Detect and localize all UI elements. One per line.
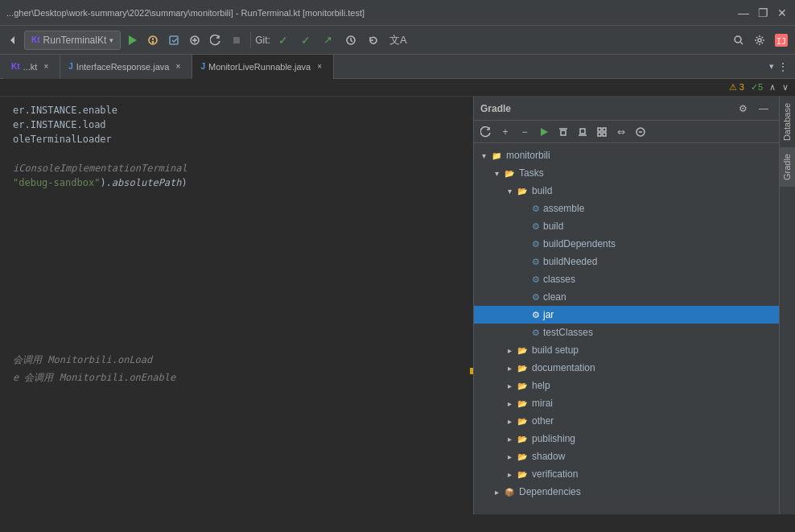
settings-button[interactable]: [750, 29, 769, 52]
gradle-task-button[interactable]: [632, 123, 649, 141]
git-push-button[interactable]: ↗: [319, 29, 338, 52]
minimize-button[interactable]: —: [737, 6, 750, 19]
tab-0-label: ...kt: [23, 62, 38, 72]
warning-count[interactable]: ⚠ 3: [729, 82, 744, 93]
code-line-2: er.INSTANCE.load: [13, 118, 467, 132]
gradle-refresh-button[interactable]: [477, 123, 495, 141]
mirai-arrow: ▸: [503, 397, 516, 410]
run-button[interactable]: [122, 29, 142, 52]
tree-item-classes[interactable]: ▸ ⚙ classes: [474, 270, 779, 288]
tab-more-icon[interactable]: ⋮: [777, 60, 789, 73]
jar-label: jar: [543, 309, 779, 320]
tab-0-close[interactable]: ×: [40, 61, 51, 72]
buildDependents-gear-icon: ⚙: [532, 239, 540, 250]
gradle-settings-button[interactable]: ⚙: [734, 100, 752, 118]
vcs-back-button[interactable]: [3, 29, 23, 52]
help-arrow: ▸: [503, 379, 516, 392]
coverage-button[interactable]: [164, 29, 183, 52]
gradle-expand-button[interactable]: ⇔: [612, 123, 630, 141]
tree-item-other[interactable]: ▸ 📂 other: [474, 412, 779, 430]
tree-item-assemble[interactable]: ▸ ⚙ assemble: [474, 200, 779, 217]
logo-button[interactable]: IJ: [771, 29, 792, 52]
close-button[interactable]: ✕: [776, 6, 789, 19]
tab-0-icon: Kt: [11, 62, 20, 71]
tab-2-close[interactable]: ×: [314, 61, 325, 72]
svg-point-3: [153, 41, 154, 42]
tree-item-mirai[interactable]: ▸ 📂 mirai: [474, 394, 779, 412]
reload-button[interactable]: [206, 29, 225, 52]
dependencies-arrow: ▸: [490, 485, 503, 498]
tree-item-jar[interactable]: ▸ ⚙ jar: [474, 306, 779, 324]
side-tab-database[interactable]: Database: [780, 97, 795, 147]
tree-item-tasks[interactable]: ▾ 📂 Tasks: [474, 164, 779, 182]
git-history-button[interactable]: [341, 29, 360, 52]
code-line-3: oleTerminalLoader: [13, 132, 467, 146]
tree-item-buildNeeded[interactable]: ▸ ⚙ buildNeeded: [474, 253, 779, 270]
tree-item-verification[interactable]: ▸ 📂 verification: [474, 465, 779, 483]
verification-arrow: ▸: [503, 468, 516, 480]
tree-item-shadow[interactable]: ▸ 📂 shadow: [474, 447, 779, 465]
nav-down[interactable]: ∨: [782, 82, 789, 93]
tree-item-root[interactable]: ▾ 📁 monitorbili: [474, 146, 779, 164]
tab-1-close[interactable]: ×: [172, 61, 183, 72]
gradle-group-button[interactable]: [593, 123, 611, 141]
tab-2-label: MonitorLiveRunnable.java: [208, 62, 311, 72]
gradle-minimize-button[interactable]: —: [755, 100, 772, 118]
gradle-align-top-button[interactable]: [554, 123, 572, 141]
tab-0[interactable]: Kt ...kt ×: [3, 55, 60, 79]
tab-2[interactable]: J MonitorLiveRunnable.java ×: [192, 55, 334, 79]
stop-button[interactable]: [227, 29, 246, 52]
tab-1[interactable]: J InterfaceResponse.java ×: [60, 55, 192, 79]
nav-up[interactable]: ∧: [769, 82, 776, 93]
side-tab-gradle[interactable]: Gradle: [780, 147, 795, 187]
tree-item-clean[interactable]: ▸ ⚙ clean: [474, 288, 779, 306]
tab-overflow[interactable]: ▾ ⋮: [766, 60, 792, 73]
profile-button[interactable]: [185, 29, 204, 52]
gradle-run-button[interactable]: [535, 123, 553, 141]
code-editor[interactable]: er.INSTANCE.enable er.INSTANCE.load oleT…: [0, 97, 473, 514]
git-check-button[interactable]: ✓: [274, 29, 293, 52]
gradle-tree: ▾ 📁 monitorbili ▾ 📂 Tasks ▾ 📂 build ▸ ⚙ …: [474, 143, 779, 514]
git-revert-button[interactable]: [364, 29, 383, 52]
svg-point-8: [735, 36, 741, 43]
run-config-icon: Kt: [31, 35, 40, 44]
git-translate-button[interactable]: 文A: [386, 29, 410, 52]
gradle-panel-title: Gradle: [480, 103, 731, 114]
tree-item-build-group[interactable]: ▾ 📂 build: [474, 182, 779, 200]
gradle-add-button[interactable]: +: [496, 123, 514, 141]
gradle-remove-button[interactable]: −: [516, 123, 533, 141]
publishing-label: publishing: [532, 433, 779, 444]
tree-item-buildDependents[interactable]: ▸ ⚙ buildDependents: [474, 235, 779, 253]
search-everywhere-button[interactable]: [729, 29, 748, 52]
ok-count[interactable]: ✓5: [751, 82, 763, 93]
window-controls[interactable]: — ❐ ✕: [737, 6, 789, 19]
svg-rect-6: [233, 37, 240, 43]
tree-item-testClasses[interactable]: ▸ ⚙ testClasses: [474, 324, 779, 341]
publishing-icon: 📂: [516, 432, 529, 445]
debug-button[interactable]: [143, 29, 163, 52]
tasks-arrow: ▾: [490, 167, 503, 179]
maximize-button[interactable]: ❐: [756, 6, 769, 19]
documentation-arrow: ▸: [503, 361, 516, 374]
svg-rect-21: [603, 133, 606, 136]
git-commit-button[interactable]: ✓: [296, 29, 315, 52]
tree-item-dependencies[interactable]: ▸ 📦 Dependencies: [474, 483, 779, 501]
publishing-arrow: ▸: [503, 432, 516, 445]
svg-rect-4: [170, 36, 178, 44]
tree-item-build-setup[interactable]: ▸ 📂 build setup: [474, 341, 779, 359]
tree-item-build[interactable]: ▸ ⚙ build: [474, 217, 779, 235]
run-config-dropdown[interactable]: Kt RunTerminalKt ▾: [24, 31, 121, 50]
gradle-align-bottom-button[interactable]: [574, 123, 591, 141]
tree-item-help[interactable]: ▸ 📂 help: [474, 377, 779, 394]
svg-line-9: [741, 42, 744, 44]
tree-item-publishing[interactable]: ▸ 📂 publishing: [474, 430, 779, 447]
tab-2-icon: J: [200, 62, 205, 71]
tab-dropdown-icon[interactable]: ▾: [769, 61, 774, 72]
build-gear-icon: ⚙: [532, 221, 540, 232]
main-area: er.INSTANCE.enable er.INSTANCE.load oleT…: [0, 97, 795, 514]
svg-rect-19: [603, 128, 606, 131]
svg-rect-20: [598, 133, 601, 136]
mirai-icon: 📂: [516, 397, 529, 410]
build-setup-label: build setup: [532, 344, 779, 356]
tree-item-documentation[interactable]: ▸ 📂 documentation: [474, 359, 779, 377]
